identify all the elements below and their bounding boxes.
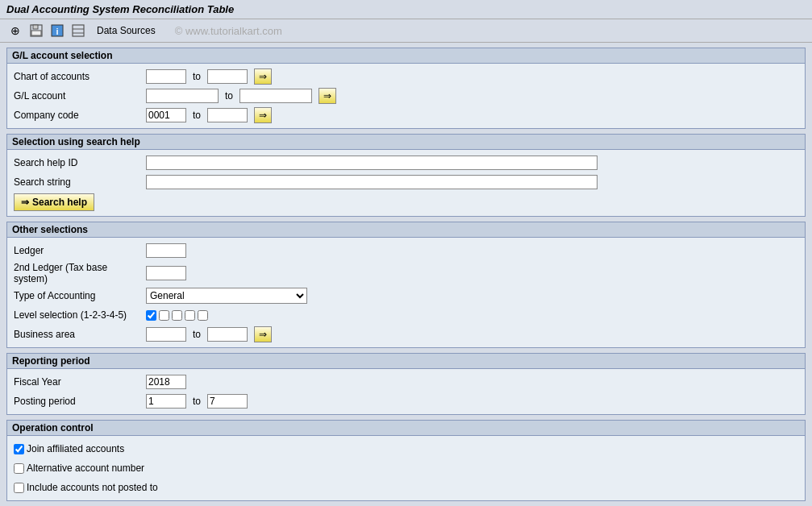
company-code-to-label: to: [193, 110, 201, 121]
svg-rect-1: [33, 25, 38, 29]
search-help-arrow-icon: ⇒: [21, 197, 29, 208]
fiscal-year-input[interactable]: [146, 375, 186, 389]
second-ledger-row: 2nd Ledger (Tax base system): [14, 262, 798, 284]
company-code-from-input[interactable]: [146, 108, 186, 122]
business-area-label: Business area: [14, 329, 143, 340]
search-help-id-label: Search help ID: [14, 157, 143, 168]
gl-account-from-input[interactable]: [146, 89, 219, 103]
company-code-row: Company code to ⇒: [14, 107, 798, 123]
alternative-account-row: Alternative account number: [14, 460, 798, 476]
gl-account-section-title: G/L account selection: [7, 48, 805, 64]
join-affiliated-checkbox[interactable]: [14, 444, 24, 454]
reporting-period-section-body: Fiscal Year Posting period to: [7, 369, 805, 414]
operation-control-section-body: Join affiliated accounts Alternative acc…: [7, 436, 805, 500]
chart-of-accounts-to-label: to: [193, 71, 201, 82]
svg-rect-2: [31, 31, 41, 35]
search-help-btn-row: ⇒ Search help: [14, 193, 798, 211]
reporting-period-section-title: Reporting period: [7, 354, 805, 369]
other-selections-section-title: Other selections: [7, 222, 805, 238]
reporting-period-section: Reporting period Fiscal Year Posting per…: [6, 353, 806, 415]
second-ledger-label: 2nd Ledger (Tax base system): [14, 262, 143, 284]
level-2-checkbox[interactable]: [159, 310, 169, 321]
join-affiliated-label: Join affiliated accounts: [27, 443, 124, 454]
gl-account-label: G/L account: [14, 90, 143, 102]
posting-period-to-label: to: [193, 396, 201, 407]
ledger-label: Ledger: [14, 245, 143, 256]
back-icon[interactable]: ⊕: [6, 22, 24, 39]
business-area-row: Business area to ⇒: [14, 326, 798, 342]
search-help-button[interactable]: ⇒ Search help: [14, 193, 94, 211]
info-icon[interactable]: i: [48, 22, 66, 39]
level-4-checkbox[interactable]: [185, 310, 195, 321]
include-accounts-label: Include accounts not posted to: [27, 482, 158, 493]
other-selections-section-body: Ledger 2nd Ledger (Tax base system) Type…: [7, 238, 805, 347]
gl-account-section: G/L account selection Chart of accounts …: [6, 48, 806, 129]
posting-period-label: Posting period: [14, 396, 143, 407]
gl-account-arrow-btn[interactable]: ⇒: [319, 88, 336, 104]
include-accounts-row: Include accounts not posted to: [14, 479, 798, 496]
chart-of-accounts-label: Chart of accounts: [14, 71, 143, 82]
title-bar: Dual Accounting System Reconciliation Ta…: [0, 0, 812, 19]
type-of-accounting-row: Type of Accounting General Special Other: [14, 288, 798, 304]
level-5-checkbox[interactable]: [198, 310, 208, 321]
chart-of-accounts-row: Chart of accounts to ⇒: [14, 68, 798, 85]
gl-account-to-label: to: [225, 90, 233, 102]
ledger-row: Ledger: [14, 243, 798, 259]
company-code-label: Company code: [14, 110, 143, 121]
app-title: Dual Accounting System Reconciliation Ta…: [6, 3, 234, 15]
save-icon[interactable]: [27, 22, 45, 39]
search-string-row: Search string: [14, 174, 798, 190]
company-code-arrow-btn[interactable]: ⇒: [254, 107, 272, 123]
gl-account-section-body: Chart of accounts to ⇒ G/L account to ⇒ …: [7, 64, 805, 128]
search-help-id-row: Search help ID: [14, 155, 798, 171]
join-affiliated-row: Join affiliated accounts: [14, 441, 798, 457]
search-help-section-title: Selection using search help: [7, 135, 805, 150]
search-string-input[interactable]: [146, 175, 598, 189]
watermark: © www.tutorialkart.com: [175, 25, 282, 37]
level-1-checkbox[interactable]: [146, 310, 156, 321]
chart-of-accounts-from-input[interactable]: [146, 69, 186, 84]
search-string-label: Search string: [14, 176, 143, 188]
company-code-to-input[interactable]: [207, 108, 248, 122]
level-selection-label: Level selection (1-2-3-4-5): [14, 309, 143, 321]
alternative-account-label: Alternative account number: [27, 462, 144, 474]
other-selections-section: Other selections Ledger 2nd Ledger (Tax …: [6, 222, 806, 348]
ledger-input[interactable]: [146, 243, 186, 258]
business-area-to-label: to: [193, 329, 201, 340]
type-of-accounting-label: Type of Accounting: [14, 290, 143, 301]
alternative-account-checkbox[interactable]: [14, 463, 24, 474]
level-3-checkbox[interactable]: [172, 310, 182, 321]
operation-control-section-title: Operation control: [7, 421, 805, 436]
toolbar: ⊕ i Data Sources © www.tutorialkart.com: [0, 19, 812, 43]
business-area-from-input[interactable]: [146, 327, 186, 342]
posting-period-to-input[interactable]: [207, 394, 248, 409]
type-of-accounting-select[interactable]: General Special Other: [146, 288, 307, 304]
search-help-id-input[interactable]: [146, 156, 598, 170]
search-help-section: Selection using search help Search help …: [6, 134, 806, 217]
posting-period-from-input[interactable]: [146, 394, 186, 409]
settings-icon[interactable]: [69, 22, 87, 39]
level-checkboxes: [146, 310, 208, 321]
chart-of-accounts-to-input[interactable]: [207, 69, 248, 84]
include-accounts-checkbox[interactable]: [14, 483, 24, 493]
posting-period-row: Posting period to: [14, 393, 798, 409]
fiscal-year-row: Fiscal Year: [14, 374, 798, 390]
search-help-button-label: Search help: [32, 197, 87, 208]
chart-of-accounts-arrow-btn[interactable]: ⇒: [254, 68, 272, 85]
data-sources-label[interactable]: Data Sources: [97, 25, 156, 36]
main-content: G/L account selection Chart of accounts …: [0, 43, 812, 506]
svg-rect-5: [73, 25, 84, 36]
business-area-arrow-btn[interactable]: ⇒: [254, 326, 272, 342]
gl-account-to-input[interactable]: [239, 89, 312, 103]
business-area-to-input[interactable]: [207, 327, 248, 342]
fiscal-year-label: Fiscal Year: [14, 376, 143, 388]
operation-control-section: Operation control Join affiliated accoun…: [6, 420, 806, 501]
search-help-section-body: Search help ID Search string ⇒ Search he…: [7, 150, 805, 216]
gl-account-row: G/L account to ⇒: [14, 88, 798, 104]
svg-text:i: i: [56, 27, 58, 36]
level-selection-row: Level selection (1-2-3-4-5): [14, 307, 798, 323]
second-ledger-input[interactable]: [146, 266, 186, 280]
